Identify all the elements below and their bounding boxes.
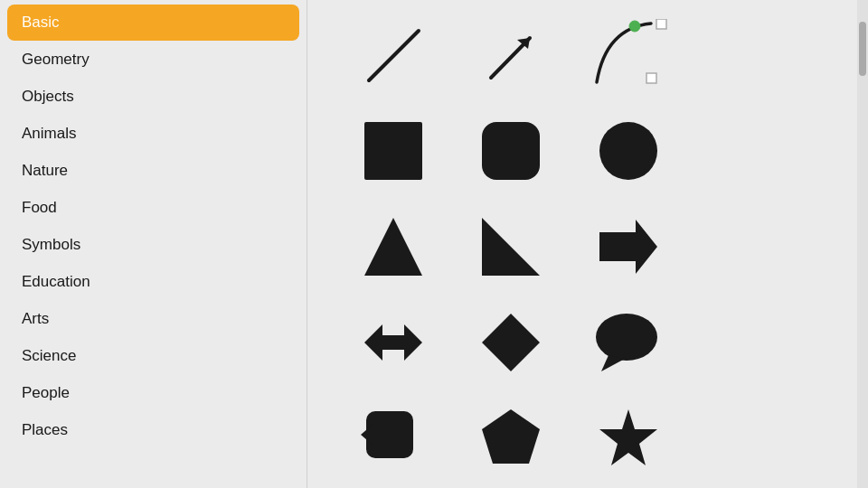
- right-triangle-icon: [478, 214, 543, 279]
- shapes-row-triangles: [326, 206, 839, 287]
- sidebar-item-food[interactable]: Food: [7, 190, 299, 226]
- sidebar-label-science: Science: [22, 347, 76, 365]
- sidebar-item-arts[interactable]: Arts: [7, 301, 299, 337]
- shapes-row-misc1: [326, 302, 839, 383]
- sidebar-item-symbols[interactable]: Symbols: [7, 227, 299, 263]
- arrow-line-icon: [477, 22, 545, 89]
- sidebar-label-basic: Basic: [22, 14, 60, 32]
- sidebar-item-geometry[interactable]: Geometry: [7, 42, 299, 78]
- shapes-row-rectangles: [326, 110, 839, 192]
- bezier-curve-icon: [588, 19, 669, 91]
- sidebar-label-education: Education: [22, 273, 90, 291]
- diagonal-line-icon: [360, 22, 428, 89]
- pentagon-icon: [478, 406, 543, 471]
- rounded-square-icon: [478, 118, 543, 183]
- sidebar-label-nature: Nature: [22, 162, 68, 180]
- sidebar-label-objects: Objects: [22, 88, 74, 106]
- shape-speech-bubble[interactable]: [588, 302, 669, 383]
- sidebar-label-people: People: [22, 384, 70, 402]
- rounded-square-arrow-icon: [361, 406, 426, 471]
- sidebar-item-science[interactable]: Science: [7, 338, 299, 374]
- shape-circle[interactable]: [588, 110, 669, 192]
- sidebar-item-nature[interactable]: Nature: [7, 153, 299, 189]
- scrollbar[interactable]: [857, 0, 868, 488]
- svg-rect-6: [364, 122, 422, 180]
- sidebar-item-education[interactable]: Education: [7, 264, 299, 300]
- shape-arrow-right[interactable]: [588, 206, 669, 287]
- sidebar-label-food: Food: [22, 199, 57, 217]
- svg-marker-19: [599, 409, 657, 465]
- sidebar-item-objects[interactable]: Objects: [7, 79, 299, 115]
- shape-double-arrow[interactable]: [353, 302, 434, 383]
- shapes-row-misc2: [326, 398, 839, 479]
- svg-point-3: [629, 21, 640, 32]
- shape-rounded-square-arrow[interactable]: [353, 398, 434, 479]
- shape-star[interactable]: [588, 398, 669, 479]
- sidebar-item-animals[interactable]: Animals: [7, 116, 299, 152]
- svg-rect-5: [656, 19, 666, 29]
- svg-marker-13: [482, 314, 540, 371]
- svg-line-0: [369, 31, 419, 80]
- sidebar-item-places[interactable]: Places: [7, 412, 299, 448]
- shape-triangle[interactable]: [353, 206, 434, 287]
- sidebar-label-geometry: Geometry: [22, 51, 90, 69]
- arrow-right-icon: [596, 214, 661, 279]
- svg-marker-18: [482, 409, 540, 464]
- shape-right-triangle[interactable]: [470, 206, 552, 287]
- shape-diamond[interactable]: [470, 302, 552, 383]
- shapes-area: [307, 0, 857, 488]
- shape-diagonal-line[interactable]: [353, 14, 434, 96]
- svg-rect-4: [646, 73, 656, 83]
- svg-marker-11: [599, 220, 657, 274]
- sidebar-item-basic[interactable]: Basic: [7, 5, 299, 41]
- shape-bezier-curve[interactable]: [588, 14, 669, 96]
- speech-bubble-icon: [592, 310, 665, 375]
- svg-rect-7: [482, 122, 540, 180]
- svg-marker-9: [364, 218, 422, 276]
- square-icon: [361, 118, 426, 183]
- shape-arrow-line[interactable]: [470, 14, 552, 96]
- sidebar-label-places: Places: [22, 421, 68, 439]
- sidebar-label-animals: Animals: [22, 125, 76, 143]
- sidebar: Basic Geometry Objects Animals Nature Fo…: [0, 0, 307, 488]
- shape-pentagon[interactable]: [470, 398, 552, 479]
- shape-square[interactable]: [353, 110, 434, 192]
- diamond-icon: [478, 310, 543, 375]
- star-icon: [596, 406, 661, 471]
- triangle-icon: [361, 214, 426, 279]
- shapes-row-lines: [326, 14, 839, 96]
- svg-marker-12: [364, 324, 422, 361]
- double-arrow-icon: [361, 310, 426, 375]
- circle-icon: [596, 118, 661, 183]
- sidebar-label-arts: Arts: [22, 310, 49, 328]
- main-container: Basic Geometry Objects Animals Nature Fo…: [0, 0, 868, 488]
- scrollbar-thumb[interactable]: [859, 22, 866, 76]
- svg-point-14: [596, 314, 657, 361]
- sidebar-item-people[interactable]: People: [7, 375, 299, 411]
- svg-marker-10: [482, 218, 540, 276]
- svg-point-8: [599, 122, 657, 180]
- shape-rounded-square[interactable]: [470, 110, 552, 192]
- sidebar-label-symbols: Symbols: [22, 236, 80, 254]
